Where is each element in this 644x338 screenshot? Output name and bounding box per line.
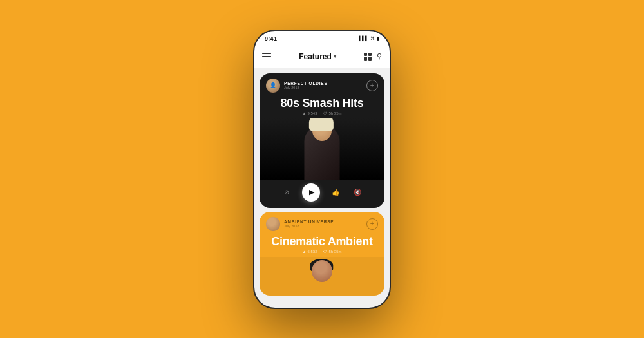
- grid-view-icon[interactable]: [364, 53, 372, 61]
- card2-avatar-img: [266, 217, 280, 231]
- card1-artwork: [260, 118, 384, 180]
- card2-duration-value: 5h 35m: [328, 250, 341, 254]
- card1-meta: ▲ 9,543 ⏱ 5h 35m: [260, 111, 384, 118]
- card1-followers: ▲ 9,543: [303, 111, 317, 115]
- status-time: 9:41: [265, 35, 277, 42]
- card1-controls: ⊘ ▶ 👍 🔇: [260, 180, 384, 202]
- status-icons: ▌▌▌ ⌘ ▮: [359, 36, 379, 41]
- card2-image: [260, 257, 384, 296]
- card2-meta: ▲ 6,532 ⏱ 5h 35m: [260, 250, 384, 257]
- wifi-icon: ⌘: [370, 36, 375, 41]
- card1-date: July 2018: [284, 86, 328, 89]
- play-icon: ▶: [309, 188, 314, 196]
- card2-date: July 2018: [284, 224, 334, 228]
- card2-user: AMBIENT UNIVERSE July 2018: [266, 217, 334, 231]
- phone-shell: 9:41 ▌▌▌ ⌘ ▮ Featured ▾ ⚲: [254, 31, 390, 308]
- hamburger-menu[interactable]: [262, 53, 271, 60]
- person2-head: [312, 260, 332, 282]
- card1-username: PERFECT OLDIES: [284, 81, 328, 86]
- chevron-down-icon: ▾: [334, 53, 336, 59]
- plus-icon: +: [370, 82, 374, 89]
- plus-icon-yellow: +: [370, 220, 374, 227]
- battery-icon: ▮: [377, 36, 379, 41]
- status-bar: 9:41 ▌▌▌ ⌘ ▮: [254, 31, 390, 45]
- card2-followers: ▲ 6,532: [303, 250, 317, 254]
- card-80s-smash-hits: 👤 PERFECT OLDIES July 2018 + 80s Smash H…: [260, 73, 384, 208]
- like-button[interactable]: 👍: [329, 186, 342, 199]
- person-hair: [309, 118, 334, 131]
- block-button[interactable]: ⊘: [280, 186, 293, 199]
- mute-button[interactable]: 🔇: [351, 186, 364, 199]
- duration-icon-2: ⏱: [323, 250, 327, 254]
- card1-duration: ⏱ 5h 35m: [323, 111, 341, 115]
- card1-image: [260, 118, 384, 180]
- followers-icon-2: ▲: [303, 250, 307, 254]
- card1-add-button[interactable]: +: [366, 80, 378, 91]
- card1-followers-count: 9,543: [307, 111, 317, 115]
- card1-avatar-img: 👤: [266, 79, 280, 93]
- card-cinematic-ambient: AMBIENT UNIVERSE July 2018 + Cinematic A…: [260, 212, 384, 296]
- card2-artwork: [260, 257, 384, 296]
- card1-title: 80s Smash Hits: [260, 95, 384, 111]
- card2-title: Cinematic Ambient: [260, 234, 384, 250]
- card2-add-button[interactable]: +: [366, 218, 378, 230]
- card2-followers-count: 6,532: [307, 250, 317, 254]
- nav-title-text: Featured: [299, 52, 332, 61]
- play-button[interactable]: ▶: [302, 183, 320, 202]
- card2-duration: ⏱ 5h 35m: [323, 250, 341, 254]
- card1-header: 👤 PERFECT OLDIES July 2018 +: [260, 73, 384, 95]
- card2-header: AMBIENT UNIVERSE July 2018 +: [260, 212, 384, 234]
- card2-avatar: [266, 217, 280, 231]
- duration-icon: ⏱: [323, 111, 327, 115]
- nav-right: ⚲: [364, 52, 382, 61]
- top-nav: Featured ▾ ⚲: [254, 45, 390, 68]
- card2-username: AMBIENT UNIVERSE: [284, 220, 334, 224]
- signal-icon: ▌▌▌: [359, 36, 368, 41]
- card1-user-info: PERFECT OLDIES July 2018: [284, 81, 328, 89]
- followers-icon: ▲: [303, 111, 307, 115]
- search-icon[interactable]: ⚲: [377, 52, 382, 61]
- scroll-area[interactable]: 👤 PERFECT OLDIES July 2018 + 80s Smash H…: [254, 68, 390, 308]
- nav-title-area[interactable]: Featured ▾: [299, 52, 336, 61]
- card1-avatar: 👤: [266, 79, 280, 93]
- card2-user-info: AMBIENT UNIVERSE July 2018: [284, 220, 334, 228]
- card1-user: 👤 PERFECT OLDIES July 2018: [266, 79, 328, 93]
- card1-duration-value: 5h 35m: [328, 111, 341, 115]
